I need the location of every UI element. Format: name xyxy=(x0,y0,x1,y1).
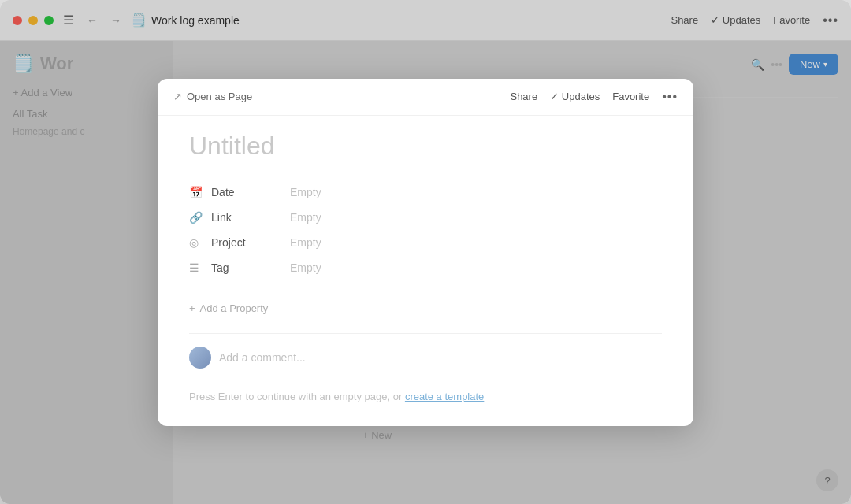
open-as-page-button[interactable]: ↗ Open as Page xyxy=(173,91,252,102)
create-template-link[interactable]: create a template xyxy=(405,391,484,402)
add-property-label: Add a Property xyxy=(200,302,269,314)
new-item-modal: ↗ Open as Page Share Updates Favorite ••… xyxy=(158,79,693,426)
comment-row: Add a comment... xyxy=(189,346,662,369)
add-property-plus-icon: + xyxy=(189,302,195,314)
title-input[interactable] xyxy=(189,132,662,161)
tag-property[interactable]: ☰ Tag Empty xyxy=(189,255,662,280)
properties-list: 📅 Date Empty 🔗 Link Empty ◎ Project Empt… xyxy=(189,180,662,280)
date-value[interactable]: Empty xyxy=(290,186,321,198)
modal-share-button[interactable]: Share xyxy=(510,91,537,102)
tag-value[interactable]: Empty xyxy=(290,261,321,274)
comment-divider xyxy=(189,333,662,334)
date-icon: 📅 xyxy=(189,186,205,198)
project-icon: ◎ xyxy=(189,236,205,249)
open-as-page-label: Open as Page xyxy=(187,91,252,102)
tag-label: Tag xyxy=(211,261,290,274)
date-label: Date xyxy=(211,186,290,198)
modal-body: 📅 Date Empty 🔗 Link Empty ◎ Project Empt… xyxy=(158,116,693,426)
link-property[interactable]: 🔗 Link Empty xyxy=(189,205,662,230)
project-value[interactable]: Empty xyxy=(290,236,321,249)
open-as-page-icon: ↗ xyxy=(173,91,182,102)
comment-input[interactable]: Add a comment... xyxy=(219,351,306,364)
modal-overlay: ↗ Open as Page Share Updates Favorite ••… xyxy=(0,0,851,504)
link-icon: 🔗 xyxy=(189,211,205,224)
link-value[interactable]: Empty xyxy=(290,211,321,224)
date-property[interactable]: 📅 Date Empty xyxy=(189,180,662,205)
link-label: Link xyxy=(211,211,290,224)
avatar xyxy=(189,346,211,369)
modal-favorite-button[interactable]: Favorite xyxy=(612,91,649,102)
modal-more-button[interactable]: ••• xyxy=(662,90,678,104)
footer-hint: Press Enter to continue with an empty pa… xyxy=(189,384,662,402)
modal-header: ↗ Open as Page Share Updates Favorite ••… xyxy=(158,79,693,116)
modal-updates-button[interactable]: Updates xyxy=(550,91,600,102)
project-property[interactable]: ◎ Project Empty xyxy=(189,230,662,255)
add-property-button[interactable]: + Add a Property xyxy=(189,296,662,321)
app-window: ☰ ← → 🗒️ Work log example Share Updates … xyxy=(0,0,851,504)
footer-hint-text: Press Enter to continue with an empty pa… xyxy=(189,391,405,402)
project-label: Project xyxy=(211,236,290,249)
modal-header-actions: Share Updates Favorite ••• xyxy=(510,90,678,104)
tag-icon: ☰ xyxy=(189,261,205,274)
